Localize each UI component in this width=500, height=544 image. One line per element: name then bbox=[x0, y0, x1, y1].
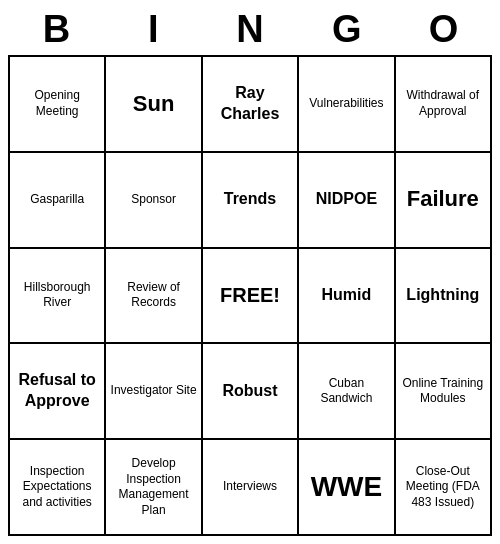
bingo-letter-n: N bbox=[202, 8, 299, 51]
bingo-cell-7: Trends bbox=[203, 153, 299, 249]
cell-text-2: Ray Charles bbox=[207, 83, 293, 125]
cell-text-23: WWE bbox=[311, 469, 383, 505]
cell-text-1: Sun bbox=[133, 90, 175, 119]
bingo-cell-8: NIDPOE bbox=[299, 153, 395, 249]
bingo-cell-4: Withdrawal of Approval bbox=[396, 57, 492, 153]
bingo-cell-13: Humid bbox=[299, 249, 395, 345]
bingo-cell-21: Develop Inspection Management Plan bbox=[106, 440, 202, 536]
cell-text-24: Close-Out Meeting (FDA 483 Issued) bbox=[400, 464, 486, 511]
bingo-grid: Opening MeetingSunRay CharlesVulnerabili… bbox=[8, 55, 492, 536]
bingo-letter-o: O bbox=[395, 8, 492, 51]
cell-text-0: Opening Meeting bbox=[14, 88, 100, 119]
bingo-cell-24: Close-Out Meeting (FDA 483 Issued) bbox=[396, 440, 492, 536]
bingo-cell-11: Review of Records bbox=[106, 249, 202, 345]
cell-text-16: Investigator Site bbox=[111, 383, 197, 399]
cell-text-22: Interviews bbox=[223, 479, 277, 495]
bingo-cell-17: Robust bbox=[203, 344, 299, 440]
bingo-letter-g: G bbox=[298, 8, 395, 51]
bingo-cell-15: Refusal to Approve bbox=[10, 344, 106, 440]
bingo-letter-i: I bbox=[105, 8, 202, 51]
cell-text-3: Vulnerabilities bbox=[309, 96, 383, 112]
cell-text-17: Robust bbox=[222, 381, 277, 402]
cell-text-12: FREE! bbox=[220, 282, 280, 308]
cell-text-20: Inspection Expectations and activities bbox=[14, 464, 100, 511]
cell-text-7: Trends bbox=[224, 189, 276, 210]
cell-text-13: Humid bbox=[322, 285, 372, 306]
bingo-cell-22: Interviews bbox=[203, 440, 299, 536]
cell-text-5: Gasparilla bbox=[30, 192, 84, 208]
cell-text-6: Sponsor bbox=[131, 192, 176, 208]
bingo-cell-9: Failure bbox=[396, 153, 492, 249]
bingo-cell-12: FREE! bbox=[203, 249, 299, 345]
cell-text-8: NIDPOE bbox=[316, 189, 377, 210]
cell-text-15: Refusal to Approve bbox=[14, 370, 100, 412]
cell-text-4: Withdrawal of Approval bbox=[400, 88, 486, 119]
cell-text-10: Hillsborough River bbox=[14, 280, 100, 311]
cell-text-21: Develop Inspection Management Plan bbox=[110, 456, 196, 518]
bingo-cell-16: Investigator Site bbox=[106, 344, 202, 440]
bingo-cell-14: Lightning bbox=[396, 249, 492, 345]
cell-text-19: Online Training Modules bbox=[400, 376, 486, 407]
bingo-title: BINGO bbox=[8, 8, 492, 51]
bingo-cell-23: WWE bbox=[299, 440, 395, 536]
bingo-letter-b: B bbox=[8, 8, 105, 51]
cell-text-14: Lightning bbox=[406, 285, 479, 306]
bingo-cell-19: Online Training Modules bbox=[396, 344, 492, 440]
cell-text-18: Cuban Sandwich bbox=[303, 376, 389, 407]
bingo-cell-3: Vulnerabilities bbox=[299, 57, 395, 153]
bingo-cell-20: Inspection Expectations and activities bbox=[10, 440, 106, 536]
bingo-cell-6: Sponsor bbox=[106, 153, 202, 249]
cell-text-11: Review of Records bbox=[110, 280, 196, 311]
cell-text-9: Failure bbox=[407, 185, 479, 214]
bingo-cell-1: Sun bbox=[106, 57, 202, 153]
bingo-cell-18: Cuban Sandwich bbox=[299, 344, 395, 440]
bingo-cell-0: Opening Meeting bbox=[10, 57, 106, 153]
bingo-cell-5: Gasparilla bbox=[10, 153, 106, 249]
bingo-cell-10: Hillsborough River bbox=[10, 249, 106, 345]
bingo-cell-2: Ray Charles bbox=[203, 57, 299, 153]
